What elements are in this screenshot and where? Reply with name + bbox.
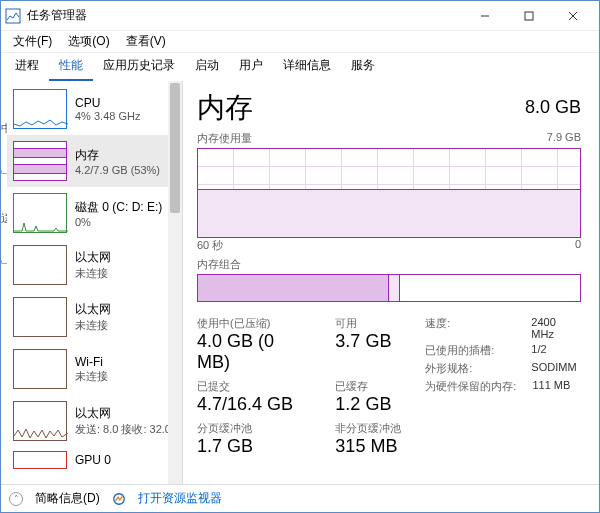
sidebar-item-memory[interactable]: 内存 4.2/7.9 GB (53%) <box>7 135 182 187</box>
slots-key: 已使用的插槽: <box>425 343 515 358</box>
svg-rect-2 <box>525 12 533 20</box>
sidebar-item-label: GPU 0 <box>75 453 111 467</box>
ethernet-thumbnail-icon <box>13 297 67 337</box>
tab-performance[interactable]: 性能 <box>49 51 93 81</box>
menu-view[interactable]: 查看(V) <box>122 31 170 52</box>
tab-startup[interactable]: 启动 <box>185 51 229 81</box>
memory-thumbnail-icon <box>13 141 67 181</box>
reserved-value: 111 MB <box>532 379 570 394</box>
sidebar-item-sub: 4% 3.48 GHz <box>75 110 140 122</box>
sidebar-item-sub: 0% <box>75 216 162 228</box>
tab-strip: 进程 性能 应用历史记录 启动 用户 详细信息 服务 <box>1 53 599 81</box>
usage-chart-max: 7.9 GB <box>547 131 581 146</box>
menu-options[interactable]: 选项(O) <box>64 31 113 52</box>
available-value: 3.7 GB <box>335 331 401 352</box>
total-memory-value: 8.0 GB <box>525 97 581 118</box>
speed-key: 速度: <box>425 316 515 340</box>
sidebar-item-sub: 未连接 <box>75 266 111 281</box>
close-icon <box>568 11 578 21</box>
ethernet-thumbnail-icon <box>13 401 67 441</box>
speed-value: 2400 MHz <box>531 316 581 340</box>
paged-pool-label: 分页缓冲池 <box>197 421 311 436</box>
memory-composition-chart[interactable] <box>197 274 581 302</box>
footer: ˄ 简略信息(D) 打开资源监视器 <box>1 484 599 512</box>
sidebar-item-label: 以太网 <box>75 301 111 318</box>
sidebar-item-label: 以太网 <box>75 405 171 422</box>
xaxis-right: 0 <box>575 238 581 253</box>
wifi-thumbnail-icon <box>13 349 67 389</box>
sidebar-item-wifi[interactable]: Wi-Fi 未连接 <box>7 343 182 395</box>
titlebar: 任务管理器 <box>1 1 599 31</box>
nonpaged-pool-label: 非分页缓冲池 <box>335 421 401 436</box>
app-icon <box>5 8 21 24</box>
scrollbar-thumb[interactable] <box>170 83 180 213</box>
sidebar-item-ethernet-0[interactable]: 以太网 未连接 <box>7 239 182 291</box>
nonpaged-pool-value: 315 MB <box>335 436 401 457</box>
memory-usage-chart[interactable] <box>197 148 581 238</box>
memory-specs: 速度:2400 MHz 已使用的插槽:1/2 外形规格:SODIMM 为硬件保留… <box>425 316 581 457</box>
fewer-details-button[interactable]: 简略信息(D) <box>35 490 100 507</box>
form-key: 外形规格: <box>425 361 515 376</box>
xaxis-left: 60 秒 <box>197 238 223 253</box>
sidebar-item-label: 磁盘 0 (C: D: E:) <box>75 199 162 216</box>
memory-usage-chart-section: 内存使用量 7.9 GB 60 秒 0 <box>197 131 581 253</box>
slots-value: 1/2 <box>531 343 546 358</box>
sidebar-item-sub: 未连接 <box>75 369 108 384</box>
committed-label: 已提交 <box>197 379 311 394</box>
sidebar-item-cpu[interactable]: CPU 4% 3.48 GHz <box>7 83 182 135</box>
memory-stats: 使用中(已压缩) 4.0 GB (0 MB) 可用 3.7 GB 已提交 4.7… <box>197 316 581 457</box>
tab-services[interactable]: 服务 <box>341 51 385 81</box>
gpu-thumbnail-icon <box>13 451 67 469</box>
tab-users[interactable]: 用户 <box>229 51 273 81</box>
menubar: 文件(F) 选项(O) 查看(V) <box>1 31 599 53</box>
minimize-button[interactable] <box>463 2 507 30</box>
memory-composition-section: 内存组合 <box>197 257 581 302</box>
in-use-label: 使用中(已压缩) <box>197 316 311 331</box>
performance-sidebar: CPU 4% 3.48 GHz 内存 4.2/7.9 GB (53%) 磁盘 0… <box>7 81 183 484</box>
menu-file[interactable]: 文件(F) <box>9 31 56 52</box>
reserved-key: 为硬件保留的内存: <box>425 379 516 394</box>
tab-processes[interactable]: 进程 <box>5 51 49 81</box>
sidebar-item-label: Wi-Fi <box>75 355 108 369</box>
disk-thumbnail-icon <box>13 193 67 233</box>
paged-pool-value: 1.7 GB <box>197 436 311 457</box>
committed-value: 4.7/16.4 GB <box>197 394 311 415</box>
content-area: 中﹂送﹂ CPU 4% 3.48 GHz 内存 4.2/7.9 GB (53%) <box>1 81 599 484</box>
chevron-up-icon[interactable]: ˄ <box>9 492 23 506</box>
window-controls <box>463 2 595 30</box>
sidebar-item-sub: 发送: 8.0 接收: 32.0 <box>75 422 171 437</box>
maximize-button[interactable] <box>507 2 551 30</box>
open-resource-monitor-link[interactable]: 打开资源监视器 <box>138 490 222 507</box>
tab-app-history[interactable]: 应用历史记录 <box>93 51 185 81</box>
in-use-value: 4.0 GB (0 MB) <box>197 331 311 373</box>
cached-value: 1.2 GB <box>335 394 401 415</box>
page-title: 内存 <box>197 89 253 127</box>
task-manager-window: 任务管理器 文件(F) 选项(O) 查看(V) 进程 性能 应用历史记录 启动 … <box>0 0 600 513</box>
sidebar-item-ethernet-2[interactable]: 以太网 发送: 8.0 接收: 32.0 <box>7 395 182 447</box>
available-label: 可用 <box>335 316 401 331</box>
composition-label: 内存组合 <box>197 257 241 272</box>
sidebar-scrollbar[interactable] <box>168 81 182 484</box>
maximize-icon <box>524 11 534 21</box>
sidebar-item-label: 内存 <box>75 147 160 164</box>
tab-details[interactable]: 详细信息 <box>273 51 341 81</box>
sidebar-item-gpu[interactable]: GPU 0 <box>7 447 182 473</box>
ethernet-thumbnail-icon <box>13 245 67 285</box>
window-title: 任务管理器 <box>27 7 463 24</box>
sidebar-item-label: 以太网 <box>75 249 111 266</box>
sidebar-item-label: CPU <box>75 96 140 110</box>
sidebar-item-sub: 4.2/7.9 GB (53%) <box>75 164 160 176</box>
cpu-thumbnail-icon <box>13 89 67 129</box>
sidebar-item-sub: 未连接 <box>75 318 111 333</box>
usage-chart-label: 内存使用量 <box>197 131 252 146</box>
minimize-icon <box>480 11 490 21</box>
resource-monitor-icon <box>112 492 126 506</box>
cached-label: 已缓存 <box>335 379 401 394</box>
form-value: SODIMM <box>531 361 576 376</box>
memory-detail-pane: 内存 8.0 GB 内存使用量 7.9 GB 60 秒 0 内存组合 <box>183 81 599 484</box>
sidebar-item-ethernet-1[interactable]: 以太网 未连接 <box>7 291 182 343</box>
close-button[interactable] <box>551 2 595 30</box>
sidebar-item-disk[interactable]: 磁盘 0 (C: D: E:) 0% <box>7 187 182 239</box>
